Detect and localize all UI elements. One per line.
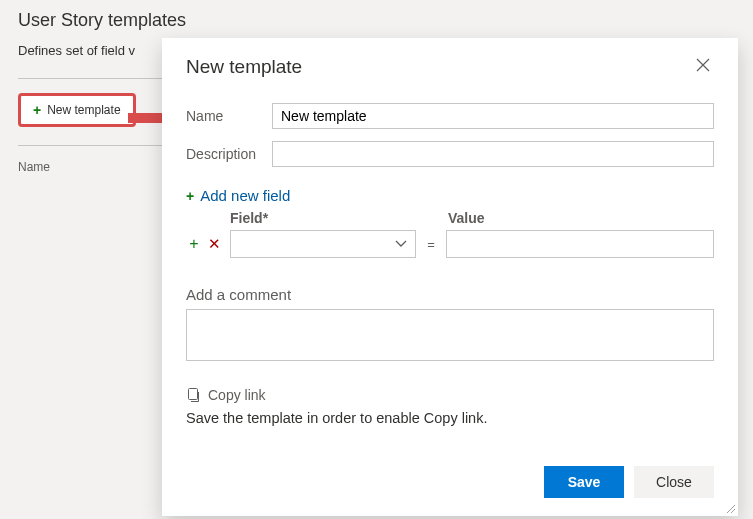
- svg-rect-0: [189, 389, 198, 400]
- copy-link-button[interactable]: Copy link: [186, 387, 266, 403]
- copy-link-section: Copy link Save the template in order to …: [186, 387, 714, 426]
- description-input[interactable]: [272, 141, 714, 167]
- plus-icon: +: [186, 190, 194, 202]
- remove-field-row-button[interactable]: ✕: [206, 235, 222, 253]
- copy-link-icon: [186, 388, 200, 402]
- comment-section: Add a comment: [186, 286, 714, 365]
- copy-link-hint: Save the template in order to enable Cop…: [186, 410, 714, 426]
- value-column-header: Value: [448, 210, 714, 226]
- plus-icon: +: [33, 104, 41, 116]
- field-headers: Field* Value: [230, 210, 714, 226]
- dialog-footer: Save Close: [186, 466, 714, 498]
- field-rows: Field* Value + ✕ =: [186, 210, 714, 258]
- field-select[interactable]: [230, 230, 416, 258]
- save-button[interactable]: Save: [544, 466, 624, 498]
- name-row: Name: [186, 103, 714, 129]
- name-input[interactable]: [272, 103, 714, 129]
- resize-handle-icon[interactable]: [724, 502, 736, 514]
- dialog-title: New template: [186, 56, 302, 78]
- new-template-dialog: New template Name Description + Add new …: [162, 38, 738, 516]
- new-template-button-label: New template: [47, 103, 120, 117]
- field-column-header: Field*: [230, 210, 422, 226]
- comment-label: Add a comment: [186, 286, 714, 303]
- page-title: User Story templates: [18, 10, 735, 31]
- comment-input[interactable]: [186, 309, 714, 361]
- chevron-down-icon: [395, 240, 407, 248]
- close-dialog-button[interactable]: [692, 54, 714, 79]
- name-label: Name: [186, 108, 272, 124]
- add-new-field-link[interactable]: + Add new field: [186, 187, 714, 204]
- field-value-input[interactable]: [446, 230, 714, 258]
- new-template-button[interactable]: + New template: [18, 93, 136, 127]
- add-new-field-label: Add new field: [200, 187, 290, 204]
- description-label: Description: [186, 146, 272, 162]
- description-row: Description: [186, 141, 714, 167]
- equals-sign: =: [420, 237, 442, 252]
- dialog-header: New template: [186, 54, 714, 79]
- add-field-row-button[interactable]: +: [186, 235, 202, 253]
- copy-link-label: Copy link: [208, 387, 266, 403]
- field-row: + ✕ =: [186, 230, 714, 258]
- close-icon: [696, 58, 710, 72]
- close-button[interactable]: Close: [634, 466, 714, 498]
